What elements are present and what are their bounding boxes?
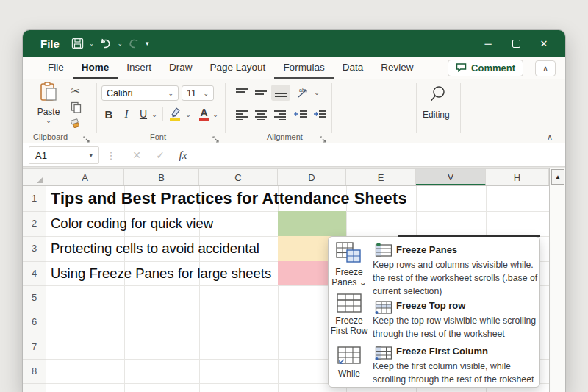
group-separator <box>96 83 97 133</box>
ribbon-display-options-button[interactable]: ∧ <box>535 60 556 76</box>
row-header-2[interactable]: 2 <box>23 211 46 236</box>
quick-access-toolbar: ⌄ ⌄ ▾ <box>71 38 149 49</box>
paste-button[interactable]: Paste ⌄ <box>33 82 64 124</box>
column-header-h[interactable]: H <box>486 169 549 185</box>
select-all-corner[interactable] <box>23 169 46 185</box>
row-header-6[interactable]: 6 <box>23 310 46 335</box>
align-top-button[interactable] <box>233 85 251 101</box>
row-header-5[interactable]: 5 <box>23 285 46 310</box>
svg-text:ab: ab <box>299 88 305 93</box>
decrease-indent-button[interactable] <box>292 107 309 123</box>
align-bottom-button[interactable] <box>271 85 290 101</box>
orientation-button[interactable]: ab <box>295 85 312 101</box>
qat-customize-icon[interactable]: ▾ <box>146 40 149 47</box>
group-separator <box>225 83 226 133</box>
freeze-panes-rail-label-2: Panes ⌄ <box>329 277 370 288</box>
enter-button[interactable]: ✓ <box>154 146 167 164</box>
editing-button[interactable] <box>429 85 448 104</box>
underline-button[interactable]: U <box>137 107 150 121</box>
row-header-1[interactable]: 1 <box>23 186 46 211</box>
freeze-first-row-big-icon <box>336 293 362 313</box>
tab-file[interactable]: File <box>39 57 73 79</box>
svg-text:A: A <box>200 107 207 118</box>
ribbon: Paste ⌄ ✂ Clipboard Calibri ⌄ 11 ⌄ <box>23 79 565 143</box>
tab-draw[interactable]: Draw <box>160 57 201 79</box>
freeze-top-row-item-icon <box>375 300 392 315</box>
column-header-d[interactable]: D <box>278 169 346 185</box>
freeze-top-row-item-desc-line: through the rest of the worksheet <box>373 329 505 339</box>
cell-d2-green-fill[interactable] <box>278 211 346 236</box>
orientation-icon: ab <box>296 86 311 99</box>
tab-review[interactable]: Review <box>372 57 422 79</box>
row-header-4[interactable]: 4 <box>23 261 46 285</box>
freeze-panes-rail-button[interactable]: Freeze Panes ⌄ <box>329 241 370 288</box>
vertical-scrollbar[interactable]: ▲ <box>549 168 565 392</box>
freeze-first-row-rail-button[interactable]: Freeze First Row <box>329 293 370 336</box>
maximize-button[interactable] <box>502 30 530 57</box>
font-group-label: Font <box>150 132 166 141</box>
column-header-a[interactable]: A <box>46 169 124 185</box>
font-size-combo[interactable]: 11 ⌄ <box>182 85 214 101</box>
freeze-panes-rail-label-1: Freeze <box>329 267 370 277</box>
titlebar-file-label[interactable]: File <box>40 38 60 50</box>
while-rail-button[interactable]: While <box>329 346 370 379</box>
tab-home[interactable]: Home <box>73 57 118 79</box>
tab-data[interactable]: Data <box>334 57 373 79</box>
collapse-ribbon-icon[interactable]: ∧ <box>543 132 556 142</box>
scroll-up-button[interactable]: ▲ <box>551 169 564 185</box>
undo-icon[interactable] <box>99 38 112 49</box>
align-center-button[interactable] <box>252 107 270 123</box>
name-box-value: A1 <box>35 150 47 161</box>
highlight-color-button[interactable] <box>167 105 183 123</box>
align-left-button[interactable] <box>233 107 251 123</box>
font-color-icon: A <box>198 106 210 122</box>
column-header-v-selected[interactable]: V <box>416 169 486 185</box>
align-right-button[interactable] <box>271 107 289 123</box>
freeze-first-column-item-icon <box>375 346 392 360</box>
close-button[interactable]: ✕ <box>530 30 558 57</box>
highlight-dropdown-icon[interactable]: ⌄ <box>184 110 193 120</box>
search-icon <box>429 85 447 103</box>
save-dropdown-icon[interactable]: ⌄ <box>89 40 95 47</box>
cancel-button[interactable]: ✕ <box>130 146 143 164</box>
scissors-icon: ✂ <box>71 85 81 98</box>
tab-formulas[interactable]: Formulas <box>274 57 333 79</box>
minimize-button[interactable]: ─ <box>474 30 502 57</box>
font-color-button[interactable]: A <box>196 105 211 123</box>
redo-icon[interactable] <box>128 38 140 49</box>
font-size-value: 11 <box>187 88 200 99</box>
save-icon[interactable] <box>71 38 84 49</box>
cell-a3-text[interactable]: Protecting cells to avoid accidental <box>51 236 276 261</box>
tab-page-layout[interactable]: Page Layout <box>201 57 275 79</box>
row-header-7[interactable]: 7 <box>23 335 46 359</box>
row-header-3[interactable]: 3 <box>23 236 46 261</box>
orientation-dropdown-icon[interactable]: ⌄ <box>312 88 321 98</box>
cell-a2-text[interactable]: Color coding for quick view <box>51 211 213 236</box>
underline-dropdown-icon[interactable]: ⌄ <box>150 110 159 120</box>
font-name-combo[interactable]: Calibri ⌄ <box>101 85 179 101</box>
comment-button[interactable]: Comment <box>448 60 523 76</box>
copy-button[interactable] <box>68 101 83 114</box>
column-header-e[interactable]: E <box>346 169 416 185</box>
cut-button[interactable]: ✂ <box>68 85 83 98</box>
row-header-8[interactable]: 8 <box>23 359 46 383</box>
select-all-triangle-icon <box>37 177 43 183</box>
column-header-b[interactable]: B <box>124 169 199 185</box>
bold-button[interactable]: B <box>102 107 115 121</box>
italic-button[interactable]: I <box>120 107 133 121</box>
formula-input[interactable] <box>193 146 558 164</box>
increase-indent-button[interactable] <box>311 107 329 123</box>
tab-insert[interactable]: Insert <box>118 57 160 79</box>
paste-label: Paste <box>33 107 64 117</box>
cell-a4-text[interactable]: Using Freeze Panes for large sheets <box>51 261 276 285</box>
insert-function-button[interactable]: fx <box>176 146 190 164</box>
cell-a1-title[interactable]: Tips and Best Practices for Attendance S… <box>51 186 407 211</box>
align-middle-button[interactable] <box>252 85 270 101</box>
format-painter-button[interactable] <box>68 117 83 130</box>
dropdown-top-border <box>398 235 540 237</box>
name-box[interactable]: A1 ▾ <box>29 146 99 164</box>
row-number-gutter: 1 2 3 4 5 6 7 8 <box>23 186 46 392</box>
column-header-c[interactable]: C <box>199 169 278 185</box>
undo-dropdown-icon[interactable]: ⌄ <box>117 40 123 47</box>
font-color-dropdown-icon[interactable]: ⌄ <box>211 110 220 120</box>
